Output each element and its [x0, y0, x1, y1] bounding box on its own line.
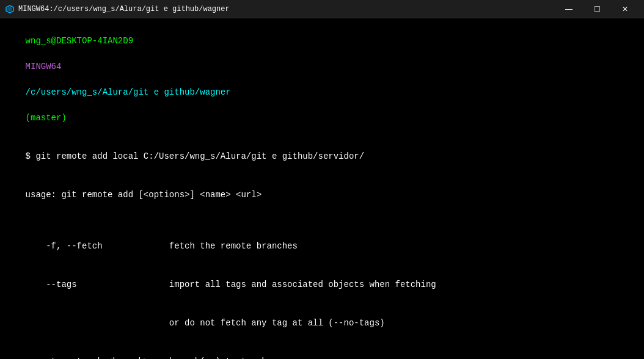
prompt-path: /c/users/wng_s/Alura/git e github/wagner [26, 87, 231, 97]
maximize-button[interactable]: ☐ [583, 0, 611, 18]
terminal-line: or do not fetch any tag at all (--no-tag… [5, 304, 639, 343]
prompt-user: wng_s@DESKTOP-4IAN2D9 [26, 36, 133, 46]
terminal-line: wng_s@DESKTOP-4IAN2D9 MINGW64 /c/users/w… [5, 22, 639, 137]
close-button[interactable]: ✕ [611, 0, 639, 18]
terminal-line: -f, --fetch fetch the remote branches [5, 227, 639, 266]
title-bar: MINGW64:/c/users/wng_s/Alura/git e githu… [0, 0, 644, 18]
svg-marker-1 [7, 7, 12, 12]
prompt-branch: (master) [26, 113, 67, 123]
title-controls: — ☐ ✕ [555, 0, 639, 18]
title-left: MINGW64:/c/users/wng_s/Alura/git e githu… [5, 4, 230, 14]
app-icon [5, 4, 15, 14]
window-title: MINGW64:/c/users/wng_s/Alura/git e githu… [18, 5, 230, 13]
terminal-line: --tags import all tags and associated ob… [5, 266, 639, 304]
terminal-line: $ git remote add local C:/Users/wng_s/Al… [5, 137, 639, 176]
terminal[interactable]: wng_s@DESKTOP-4IAN2D9 MINGW64 /c/users/w… [0, 18, 644, 359]
minimize-button[interactable]: — [555, 0, 583, 18]
terminal-line: -t, --track <branch> branch(es) to track [5, 343, 639, 359]
prompt-mingw: MINGW64 [26, 62, 62, 71]
terminal-line: usage: git remote add [<options>] <name>… [5, 176, 639, 214]
terminal-line [5, 214, 639, 227]
